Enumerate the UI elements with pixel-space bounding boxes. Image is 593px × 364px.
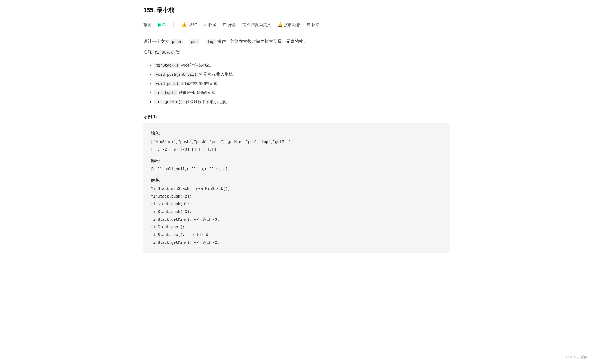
method-desc: 获取堆栈中的最小元素。 [186,99,230,104]
difficulty-label: 难度 [143,21,151,28]
notify-button[interactable]: 🔔 接收动态 [277,21,300,28]
example-title: 示例 1: [143,113,450,120]
input-label: 输入: [151,130,442,137]
explain-line: minStack.getMin(); --> 返回 -2. [151,239,442,246]
method-desc: 删除堆栈顶部的元素。 [181,81,221,86]
explain-line: minStack.pop(); [151,224,442,231]
list-item: MinStack() 初始化堆栈对象。 [154,61,450,69]
explain-line: minStack.push(0); [151,201,442,208]
lang-button[interactable]: 文A 切换为英文 [242,21,271,28]
bell-icon: 🔔 [277,21,283,28]
translate-icon: 文A [242,21,250,28]
star-icon: ☆ [203,21,207,28]
push-code: push [170,39,183,44]
difficulty-value: 简单 [158,21,166,28]
method-code: int top() [154,90,178,95]
desc-text-4: 类： [176,50,184,54]
list-item: int getMin() 获取堆栈中的最小元素。 [154,98,450,105]
method-code: void pop() [154,81,180,86]
problem-title-text: 最小栈 [157,7,174,13]
title-row: 155. 最小栈 [143,5,450,15]
method-desc: 获取堆栈顶部的元素。 [179,90,219,95]
problem-number: 155. [143,7,155,13]
output-label: 输出: [151,157,442,165]
lang-label: 切换为英文 [251,21,271,28]
share-button[interactable]: ⊡ 分享 [223,21,236,28]
explain-line: minStack.top(); --> 返回 0. [151,231,442,239]
explain-line: minStack.getMin(); --> 返回 -3. [151,216,442,223]
like-icon: 👍 [181,21,187,28]
notify-label: 接收动态 [284,21,300,28]
list-item: void pop() 删除堆栈顶部的元素。 [154,80,450,87]
method-code: MinStack() [154,63,180,68]
collect-button[interactable]: ☆ 收藏 [203,21,216,28]
desc-text-1: 设计一个支持 [143,39,169,44]
feedback-button[interactable]: ⊟ 反馈 [307,21,320,28]
list-item: int top() 获取堆栈顶部的元素。 [154,89,450,96]
input-line-2: [[],[-2],[0],[-3],[],[],[],[]] [151,146,442,153]
minstack-code: MinStack [153,50,174,55]
desc-text-3: 实现 [143,50,152,54]
sep-1: ， [184,39,188,44]
method-desc: 初始化堆栈对象。 [181,63,213,67]
feedback-icon: ⊟ [307,21,310,28]
method-desc: 将元素val推入堆栈。 [199,72,236,77]
list-item: void push(int val) 将元素val推入堆栈。 [154,71,450,78]
input-line-1: ["MinStack","push","push","push","getMin… [151,139,442,146]
explain-line: MinStack minStack = new MinStack(); [151,185,442,192]
share-icon: ⊡ [223,21,226,28]
desc-paragraph-2: 实现 MinStack 类： [143,48,450,56]
example-box: 输入: ["MinStack","push","push","push","ge… [143,123,450,253]
desc-text-2: 操作，并能在常数时间内检索到最小元素的栈。 [217,39,308,44]
explain-line: minStack.push(-2); [151,193,442,200]
page-title: 155. 最小栈 [143,5,174,15]
pop-code: pop [189,39,199,44]
explain-label: 解释: [151,177,442,184]
method-list: MinStack() 初始化堆栈对象。 void push(int val) 将… [143,61,450,106]
output-line-1: [null,null,null,null,-3,null,0,-2] [151,166,442,173]
method-code: void push(int val) [154,72,198,77]
feedback-label: 反馈 [312,21,320,28]
page-wrapper: 155. 最小栈 难度 简单 👍 1337 ☆ 收藏 ⊡ 分享 文A 切换为英文… [135,0,458,275]
share-label: 分享 [228,21,236,28]
like-count: 1337 [188,21,197,28]
toolbar: 难度 简单 👍 1337 ☆ 收藏 ⊡ 分享 文A 切换为英文 🔔 接收动态 ⊟… [143,19,450,31]
explain-line: minStack.push(-3); [151,208,442,216]
divider [173,22,174,27]
sep-2: ， [201,39,205,44]
like-button[interactable]: 👍 1337 [181,21,197,28]
collect-label: 收藏 [208,21,216,28]
method-code: int getMin() [154,100,185,104]
description-section: 设计一个支持 push ， pop ， top 操作，并能在常数时间内检索到最小… [143,38,450,57]
desc-paragraph-1: 设计一个支持 push ， pop ， top 操作，并能在常数时间内检索到最小… [143,38,450,46]
top-code: top [206,39,216,44]
